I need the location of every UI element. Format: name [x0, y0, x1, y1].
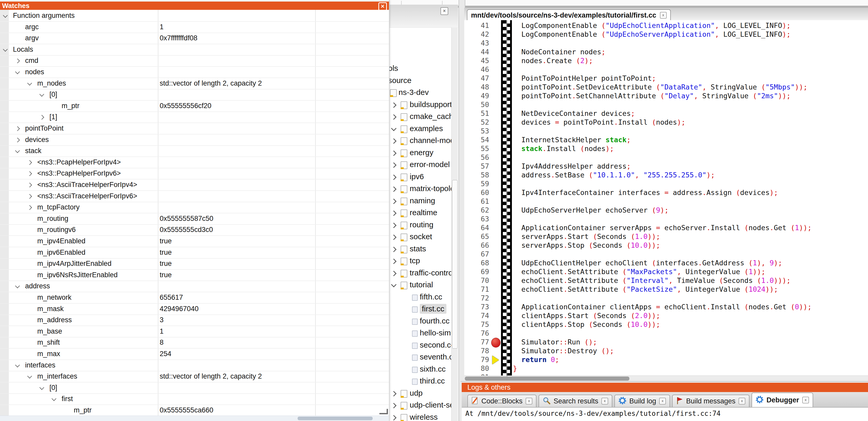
- expand-arrow-icon[interactable]: [391, 114, 397, 120]
- code-line-52[interactable]: devices = pointToPoint.Install (nodes);: [513, 118, 686, 126]
- watch-row-m-nodes[interactable]: m_nodesstd::vector of length 2, capacity…: [0, 77, 389, 90]
- watch-row-m-max[interactable]: m_max254: [0, 348, 389, 360]
- logs-panel-titlebar[interactable]: Logs & others: [462, 383, 868, 392]
- tree-item-tcp[interactable]: tcp: [388, 255, 451, 267]
- tree-item-examples[interactable]: examples: [388, 123, 451, 135]
- code-line-60[interactable]: Ipv4InterfaceContainer interfaces = addr…: [513, 189, 778, 197]
- close-icon[interactable]: ×: [440, 7, 448, 15]
- watch-row-m-interfaces[interactable]: m_interfacesstd::vector of length 2, cap…: [0, 370, 389, 383]
- watch-row-first[interactable]: first: [0, 393, 389, 405]
- tree-item-socket[interactable]: socket: [388, 231, 451, 243]
- watch-row--ns3-pcaphelperforipv4-[interactable]: <ns3::PcapHelperForIpv4>: [0, 157, 389, 168]
- code-line-64[interactable]: ApplicationContainer serverApps = echoSe…: [513, 224, 812, 232]
- watch-row-cmd[interactable]: cmd: [0, 55, 389, 67]
- breakpoint-marker[interactable]: [491, 338, 500, 348]
- logs-tab-debugger[interactable]: Debuggerx: [751, 393, 813, 407]
- code-line-65[interactable]: serverApps.Start (Seconds (1.0));: [513, 232, 660, 240]
- code-line-79[interactable]: return 0;: [513, 356, 559, 364]
- close-icon[interactable]: x: [601, 398, 608, 404]
- scrollbar-thumb[interactable]: [452, 180, 458, 349]
- close-icon[interactable]: x: [739, 398, 745, 404]
- collapse-arrow-icon[interactable]: [52, 396, 56, 401]
- tree-item-hello-simul[interactable]: hello-simul: [388, 327, 451, 339]
- code-line-45[interactable]: nodes.Create (2);: [513, 57, 593, 65]
- expand-arrow-icon[interactable]: [391, 198, 397, 204]
- code-line-51[interactable]: NetDeviceContainer devices;: [513, 109, 635, 118]
- expand-arrow-icon[interactable]: [391, 234, 397, 240]
- code-line-73[interactable]: ApplicationContainer clientApps = echoCl…: [513, 303, 812, 311]
- collapse-arrow-icon[interactable]: [15, 69, 20, 74]
- expand-arrow-icon[interactable]: [27, 183, 32, 187]
- tree-item-error-model[interactable]: error-model: [388, 159, 451, 171]
- expand-arrow-icon[interactable]: [15, 59, 20, 63]
- collapse-arrow-icon[interactable]: [391, 282, 397, 287]
- expand-arrow-icon[interactable]: [39, 115, 44, 120]
- tree-item-stats[interactable]: stats: [388, 244, 451, 255]
- tree-item-sixth-cc[interactable]: sixth.cc: [388, 364, 451, 376]
- tree-item-naming[interactable]: naming: [388, 195, 451, 207]
- collapse-arrow-icon[interactable]: [27, 374, 32, 378]
- expand-arrow-icon[interactable]: [27, 171, 32, 176]
- watch-row-stack[interactable]: stack: [0, 145, 389, 157]
- close-icon[interactable]: x: [659, 398, 666, 404]
- watch-row-m-ptr[interactable]: m_ptr0x55555556cf20: [0, 100, 389, 112]
- code-line-48[interactable]: pointToPoint.SetDeviceAttribute ("DataRa…: [513, 83, 807, 91]
- expand-arrow-icon[interactable]: [391, 259, 397, 264]
- code-line-54[interactable]: InternetStackHelper stack;: [513, 136, 631, 144]
- expand-arrow-icon[interactable]: [27, 205, 32, 210]
- watch-row-m-routing[interactable]: m_routing0x555555587c50: [0, 213, 389, 225]
- logs-tab-build-messages[interactable]: Build messagesx: [672, 395, 749, 407]
- logs-tab-search-results[interactable]: Search resultsx: [538, 395, 612, 407]
- expand-arrow-icon[interactable]: [391, 138, 397, 144]
- code-editor[interactable]: 41 LogComponentEnable ("UdpEchoClientApp…: [464, 20, 868, 376]
- watch-row-function-arguments[interactable]: Function arguments: [0, 10, 389, 22]
- collapse-arrow-icon[interactable]: [15, 148, 20, 153]
- code-line-58[interactable]: address.SetBase ("10.1.1.0", "255.255.25…: [513, 171, 715, 179]
- watch-row-m-ipv6enabled[interactable]: m_ipv6Enabledtrue: [0, 247, 389, 259]
- watch-row-locals[interactable]: Locals: [0, 44, 389, 56]
- expand-arrow-icon[interactable]: [391, 403, 397, 408]
- watch-row-m-mask[interactable]: m_mask4294967040: [0, 303, 389, 315]
- editor-tab-first-cc[interactable]: mnt/dev/tools/source/ns-3-dev/examples/t…: [467, 9, 671, 21]
- watch-row--1-[interactable]: [1]: [0, 111, 389, 123]
- tree-item-energy[interactable]: energy: [388, 147, 451, 159]
- resize-grip[interactable]: [379, 409, 388, 414]
- code-line-70[interactable]: echoClient.SetAttribute ("Interval", Tim…: [513, 277, 790, 285]
- watch-row-devices[interactable]: devices: [0, 134, 389, 146]
- expand-arrow-icon[interactable]: [391, 102, 397, 107]
- code-line-49[interactable]: pointToPoint.SetChannelAttribute ("Delay…: [513, 92, 790, 100]
- watch-row-m-shift[interactable]: m_shift8: [0, 337, 389, 349]
- close-icon[interactable]: ✕: [378, 2, 387, 10]
- code-line-57[interactable]: Ipv4AddressHelper address;: [513, 162, 631, 170]
- tree-item-fourth-cc[interactable]: fourth.cc: [388, 316, 451, 327]
- close-icon[interactable]: x: [802, 397, 809, 403]
- watch-row-nodes[interactable]: nodes: [0, 66, 389, 78]
- expand-arrow-icon[interactable]: [391, 247, 397, 252]
- expand-arrow-icon[interactable]: [391, 162, 397, 168]
- watch-row-interfaces[interactable]: interfaces: [0, 359, 389, 371]
- expand-arrow-icon[interactable]: [391, 210, 397, 216]
- tree-item-source[interactable]: source: [388, 75, 451, 87]
- code-line-77[interactable]: Simulator::Run ();: [513, 338, 597, 346]
- collapse-arrow-icon[interactable]: [15, 284, 20, 288]
- tree-item-udp-client-ser[interactable]: udp-client-ser: [388, 399, 451, 412]
- projects-panel-caption[interactable]: ×: [388, 5, 458, 28]
- collapse-arrow-icon[interactable]: [27, 81, 32, 85]
- watch-row-m-ipv4arpjitterenabled[interactable]: m_ipv4ArpJitterEnabledtrue: [0, 258, 389, 270]
- tree-item-traffic-contro[interactable]: traffic-contro: [388, 267, 451, 279]
- watch-row-pointtopoint[interactable]: pointToPoint: [0, 123, 389, 134]
- watch-row-argv[interactable]: argv0x7fffffffdf08: [0, 32, 389, 44]
- expand-arrow-icon[interactable]: [391, 391, 397, 396]
- tree-item-realtime[interactable]: realtime: [388, 207, 451, 219]
- expand-arrow-icon[interactable]: [15, 126, 20, 131]
- collapse-arrow-icon[interactable]: [3, 47, 7, 52]
- expand-arrow-icon[interactable]: [391, 415, 397, 420]
- expand-arrow-icon[interactable]: [391, 187, 397, 192]
- collapse-arrow-icon[interactable]: [3, 13, 7, 18]
- tree-item-routing[interactable]: routing: [388, 219, 451, 231]
- logs-tab-build-log[interactable]: Build logx: [614, 395, 670, 407]
- watch-row-argc[interactable]: argc1: [0, 21, 389, 33]
- code-line-41[interactable]: LogComponentEnable ("UdpEchoClientApplic…: [513, 22, 790, 30]
- tree-item-ipv6[interactable]: ipv6: [388, 171, 451, 183]
- scrollbar-thumb[interactable]: [465, 377, 629, 381]
